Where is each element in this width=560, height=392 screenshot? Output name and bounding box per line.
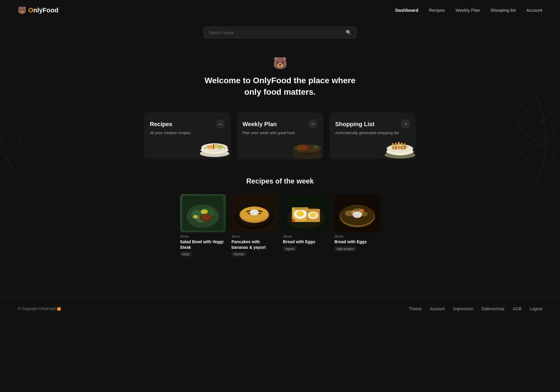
weekly-plan-feature-card[interactable]: Weekly Plan → Plan your week with good f… [237, 112, 323, 159]
card-image [381, 130, 416, 159]
nav-weekly-plan[interactable]: Weekly Plan [456, 8, 480, 13]
nav-recipes[interactable]: Recipes [429, 8, 445, 13]
hero-section: 🐻 Welcome to OnlyFood the place where on… [0, 47, 560, 112]
recipe-image [180, 194, 226, 232]
search-section: 🔍 [0, 21, 560, 47]
svg-point-2 [207, 145, 213, 149]
svg-point-45 [292, 219, 295, 222]
shopping-list-feature-card[interactable]: Shopping List → Automatically generated … [329, 112, 416, 159]
svg-rect-5 [213, 144, 214, 149]
recipe-tag: easy [180, 252, 192, 256]
recipe-name: Bread with Eggs [283, 239, 329, 244]
svg-point-4 [218, 146, 223, 149]
recipes-section: Recipes of the week [0, 177, 560, 274]
recipe-image [232, 194, 277, 232]
footer-logout[interactable]: Logout [530, 306, 542, 311]
svg-point-41 [294, 207, 306, 210]
nav-account[interactable]: Account [526, 8, 542, 13]
feature-cards: Recipes → All your creative recipes. Wee… [0, 112, 560, 177]
svg-point-25 [201, 209, 208, 214]
svg-point-26 [193, 215, 198, 218]
footer-copyright: © Copyright OnlyFood 🍊 [18, 306, 61, 311]
search-bar: 🔍 [204, 26, 357, 39]
svg-point-44 [310, 213, 316, 217]
card-image [288, 130, 323, 159]
search-icon[interactable]: 🔍 [346, 30, 352, 35]
svg-point-28 [201, 214, 210, 220]
card-header: Shopping List → [335, 119, 410, 129]
nav-links: Dashboard Recipes Weekly Plan Shooping l… [395, 8, 542, 13]
recipe-image [283, 194, 329, 232]
footer: © Copyright OnlyFood 🍊 Theme Account Imp… [0, 298, 560, 320]
svg-point-54 [353, 211, 362, 218]
footer-links: Theme Account Impressum Datenschutz AGB … [409, 306, 542, 311]
nav-shopping-list[interactable]: Shooping list [491, 8, 516, 13]
svg-point-12 [297, 147, 300, 150]
svg-rect-15 [392, 143, 394, 150]
navbar: 🐻 OnlyFood Dashboard Recipes Weekly Plan… [0, 0, 560, 21]
recipe-tag: normal [232, 252, 246, 256]
logo[interactable]: 🐻 OnlyFood [18, 6, 59, 14]
card-image [195, 130, 231, 159]
card-header: Weekly Plan → [242, 119, 318, 129]
card-title: Weekly Plan [242, 121, 277, 128]
recipe-time: 30min [283, 235, 329, 238]
nav-dashboard[interactable]: Dashboard [395, 8, 418, 13]
card-title: Shopping List [335, 121, 374, 128]
recipes-heading: Recipes of the week [18, 177, 542, 185]
recipe-grid: 30min Salad Bowl with Veggi Steak easy [18, 194, 542, 256]
recipe-tag: high-protein [335, 246, 356, 251]
recipe-name: Bread with Eggs [335, 239, 380, 244]
weekly-plan-arrow-btn[interactable]: → [308, 119, 318, 129]
recipe-name: Salad Bowl with Veggi Steak [180, 239, 226, 250]
recipes-feature-card[interactable]: Recipes → All your creative recipes. [144, 112, 231, 159]
svg-point-11 [314, 145, 318, 149]
shopping-list-arrow-btn[interactable]: → [401, 119, 410, 129]
recipe-time: 30min [335, 235, 380, 238]
svg-point-34 [250, 209, 259, 215]
svg-point-40 [297, 211, 304, 217]
footer-agb[interactable]: AGB [513, 306, 522, 311]
logo-icon: 🐻 [18, 6, 26, 14]
card-title: Recipes [150, 121, 172, 128]
footer-datenschutz[interactable]: Datenschutz [482, 306, 505, 311]
recipe-time: 30min [232, 235, 277, 238]
hero-icon: 🐻 [6, 56, 554, 70]
footer-impressum[interactable]: Impressum [453, 306, 473, 311]
recipe-image [335, 194, 380, 232]
recipe-name: Pancakes with bananas & yayurt [232, 239, 277, 250]
logo-text: OnlyFood [28, 6, 59, 14]
list-item[interactable]: 30min Pancakes with bananas & yayurt nor… [232, 194, 277, 256]
list-item[interactable]: 30min Bread with Eggs expert [283, 194, 329, 256]
search-input[interactable] [209, 30, 343, 35]
footer-theme[interactable]: Theme [409, 306, 422, 311]
logo-prefix: O [28, 6, 33, 14]
list-item[interactable]: 30min Bread with Eggs high-protein [335, 194, 380, 256]
list-item[interactable]: 30min Salad Bowl with Veggi Steak easy [180, 194, 226, 256]
footer-account[interactable]: Account [430, 306, 445, 311]
recipes-arrow-btn[interactable]: → [215, 119, 225, 129]
card-header: Recipes → [150, 119, 225, 129]
recipe-tag: expert [283, 246, 297, 251]
recipe-time: 30min [180, 235, 226, 238]
hero-headline: Welcome to OnlyFood the place where only… [6, 75, 554, 98]
